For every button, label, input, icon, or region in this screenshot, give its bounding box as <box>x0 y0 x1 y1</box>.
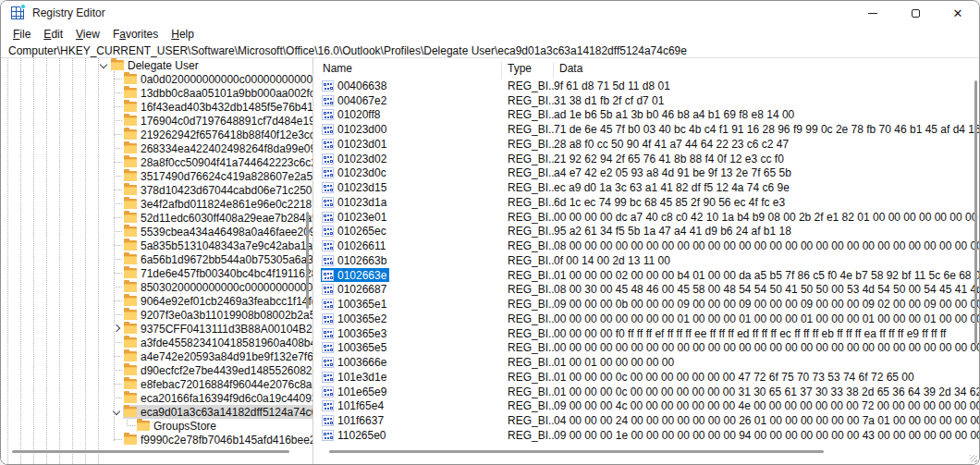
tree-node[interactable]: 176904c0d7197648891cf7d484e19b33 <box>123 114 313 128</box>
tree-node[interactable]: 3517490d76624c419a828607e2a54604 <box>123 169 313 183</box>
tree-row[interactable]: e8febac72016884f96044e2076c8adef <box>1 377 312 391</box>
tree-chevron-icon[interactable] <box>110 363 123 377</box>
tree-row[interactable]: GroupsStore <box>1 419 312 433</box>
tree-node[interactable]: 28a8f0cc50904f41a744642223c6c247 <box>123 155 313 169</box>
tree-node[interactable]: 13dbb0c8aa05101a9bb000aa002fc45a <box>123 86 313 100</box>
value-row[interactable]: 110265e0 REG_BI... 09 00 00 00 1e 00 00 … <box>317 428 979 443</box>
tree-row[interactable]: Delegate User <box>1 58 312 72</box>
value-row[interactable]: 1003666e REG_BI... 01 00 01 00 00 00 00 … <box>317 355 979 370</box>
tree-chevron-icon[interactable] <box>110 308 123 322</box>
tree-node[interactable]: a3fde455823410418581960a408b48b6 <box>123 336 313 349</box>
resize-grip[interactable] <box>970 455 977 462</box>
tree-chevron-icon[interactable] <box>110 391 123 405</box>
value-row[interactable]: 00406638 REG_BI... 9f 61 d8 71 5d 11 d8 … <box>317 79 979 93</box>
value-row[interactable]: 100365e2 REG_BI... 00 00 00 00 00 00 00 … <box>317 312 979 326</box>
tree-chevron-icon[interactable] <box>110 405 123 419</box>
tree-chevron-icon[interactable] <box>110 141 123 155</box>
menu-item-file[interactable]: File <box>6 26 37 43</box>
tree-row[interactable]: 378d10423d67044cabd06e71c250bef3 <box>1 183 312 197</box>
tree-chevron-icon[interactable] <box>110 128 123 141</box>
menu-item-view[interactable]: View <box>69 26 106 43</box>
value-row[interactable]: 100365e5 REG_BI... 00 00 00 00 00 00 00 … <box>317 341 979 356</box>
value-row[interactable]: 004067e2 REG_BI... 31 38 d1 fb 2f cf d7 … <box>317 93 979 108</box>
tree-row[interactable]: 3517490d76624c419a828607e2a54604 <box>1 169 312 183</box>
tree-row[interactable]: 9207f3e0a3b11019908b08002b2a56c2 <box>1 308 312 322</box>
tree-chevron-icon[interactable] <box>110 280 123 294</box>
tree-chevron-icon[interactable] <box>110 252 123 266</box>
tree-node[interactable]: 16f43ead403b432db1485f5e76b4101d <box>123 100 313 114</box>
value-row[interactable]: 01023d1a REG_BI... 6d 1c ec 74 99 bc 68 … <box>317 195 979 210</box>
tree-chevron-icon[interactable] <box>110 100 123 114</box>
menu-item-favorites[interactable]: Favorites <box>106 26 165 43</box>
tree-row[interactable]: f9990c2e78fb7046b145afd416bee2e6 <box>1 433 312 447</box>
tree-row[interactable]: 5a835b5131048343a7e9c42aba1a2940 <box>1 239 312 252</box>
column-header-type[interactable]: Type <box>502 62 554 79</box>
value-row[interactable]: 01020ff8 REG_BI... ad 1e b6 5b a1 3b b0 … <box>317 108 979 123</box>
value-row[interactable]: 100365e1 REG_BI... 09 00 00 00 0b 00 00 … <box>317 297 979 312</box>
value-row[interactable]: 0102663e REG_BI... 01 00 00 00 02 00 00 … <box>317 268 979 283</box>
tree-row[interactable]: 176904c0d7197648891cf7d484e19b33 <box>1 114 312 128</box>
close-button[interactable]: ✕ <box>937 1 979 25</box>
tree-node[interactable]: 8503020000000000c000000000000046 <box>123 280 313 294</box>
tree-chevron-icon[interactable] <box>110 433 123 447</box>
tree-vertical-scrollbar[interactable] <box>306 212 309 309</box>
value-row[interactable]: 101e3d1e REG_BI... 01 00 00 00 0c 00 00 … <box>317 370 979 385</box>
value-row[interactable]: 01026687 REG_BI... 08 00 30 00 45 48 46 … <box>317 283 979 298</box>
tree-chevron-icon[interactable] <box>110 183 123 197</box>
value-row[interactable]: 01023d00 REG_BI... 71 de 6e 45 7f b0 03 … <box>317 122 979 137</box>
tree-row[interactable]: 3e4f2afbd011824e861e96e0c2218738 <box>1 197 312 211</box>
tree-row[interactable]: eca20166fa16394f9d6c0a19c4409323 <box>1 391 312 405</box>
tree-chevron-icon[interactable] <box>110 114 123 128</box>
menu-item-help[interactable]: Help <box>165 26 201 43</box>
tree-chevron-icon[interactable] <box>110 197 123 211</box>
tree-node[interactable]: 9064e92ef01cb2469a3feabcc1f14fd6 <box>123 294 313 308</box>
tree-chevron-icon[interactable] <box>110 86 123 100</box>
tree-chevron-icon[interactable] <box>97 58 110 72</box>
value-row[interactable]: 01023d01 REG_BI... 28 a8 f0 cc 50 90 4f … <box>317 137 979 152</box>
tree-chevron-icon[interactable] <box>110 322 123 336</box>
tree-row[interactable]: a4e742e20593a84d91be9f132e7f655b <box>1 349 312 363</box>
tree-node[interactable]: 5539cbea434a46498a0a46faee209eef <box>123 225 313 239</box>
value-row[interactable]: 01026611 REG_BI... 08 00 00 00 00 00 00 … <box>317 239 979 253</box>
tree-row[interactable]: 5539cbea434a46498a0a46faee209eef <box>1 225 312 239</box>
tree-node[interactable]: 5a835b5131048343a7e9c42aba1a2940 <box>123 239 313 252</box>
tree-row[interactable]: 219262942f6576418b88f40f12e3ccf0 <box>1 128 312 141</box>
tree-chevron-icon[interactable] <box>110 211 123 225</box>
tree-node[interactable]: 219262942f6576418b88f40f12e3ccf0 <box>123 128 313 141</box>
tree-node[interactable]: f9990c2e78fb7046b145afd416bee2e6 <box>123 433 313 447</box>
list-horizontal-scrollbar[interactable] <box>329 450 824 453</box>
tree-chevron-icon[interactable] <box>110 266 123 280</box>
tree-row[interactable]: 268334ea422402498264f8da99e0934e <box>1 141 312 155</box>
tree-node[interactable]: 9207f3e0a3b11019908b08002b2a56c2 <box>123 308 313 322</box>
value-row[interactable]: 0102663b REG_BI... 0f 00 14 00 2d 13 11 … <box>317 253 979 268</box>
tree-row[interactable]: 0a0d020000000000c000000000000046 <box>1 72 312 86</box>
tree-node[interactable]: 3e4f2afbd011824e861e96e0c2218738 <box>123 197 313 211</box>
tree-node[interactable]: 52d11edc6030ff408a29eae7b284a93f <box>123 211 313 225</box>
value-row[interactable]: 01023d02 REG_BI... 21 92 62 94 2f 65 76 … <box>317 152 979 166</box>
tree-row[interactable]: 71de6e457fb00340bc4bc4f191162896 <box>1 266 312 280</box>
tree-node[interactable]: 6a56b1d9672bb544a0b75305a6a3f58d <box>123 252 313 266</box>
tree-node[interactable]: eca9d01a3c63a14182dff5124a74c69e <box>123 405 313 419</box>
list-vertical-scrollbar[interactable] <box>974 80 977 344</box>
tree-row[interactable]: 13dbb0c8aa05101a9bb000aa002fc45a <box>1 86 312 100</box>
tree-node[interactable]: 378d10423d67044cabd06e71c250bef3 <box>123 183 313 197</box>
tree-row[interactable]: 9375CFF0413111d3B88A00104B2A6676 <box>1 322 312 336</box>
tree-node[interactable]: d90ecfcf2e7be4439ed1485526082e3f <box>123 363 313 377</box>
address-bar[interactable]: Computer\HKEY_CURRENT_USER\Software\Micr… <box>1 43 979 58</box>
tree-row[interactable]: 8503020000000000c000000000000046 <box>1 280 312 294</box>
tree-node[interactable]: Delegate User <box>110 58 202 72</box>
column-header-data[interactable]: Data <box>554 62 979 79</box>
tree-chevron-icon[interactable] <box>110 294 123 308</box>
tree-chevron-icon[interactable] <box>110 225 123 239</box>
minimize-button[interactable] <box>851 1 894 25</box>
tree-node[interactable]: eca20166fa16394f9d6c0a19c4409323 <box>123 391 313 405</box>
menu-item-edit[interactable]: Edit <box>37 26 69 43</box>
tree-horizontal-scrollbar[interactable] <box>12 450 289 453</box>
tree-node[interactable]: GroupsStore <box>136 419 219 433</box>
tree-node[interactable]: 9375CFF0413111d3B88A00104B2A6676 <box>123 322 313 336</box>
value-row[interactable]: 101e65e9 REG_BI... 01 00 00 00 0c 00 00 … <box>317 385 979 399</box>
column-header-name[interactable]: Name <box>317 62 502 79</box>
tree-chevron-icon[interactable] <box>110 155 123 169</box>
tree-chevron-icon[interactable] <box>110 239 123 252</box>
tree-chevron-icon[interactable] <box>110 349 123 363</box>
